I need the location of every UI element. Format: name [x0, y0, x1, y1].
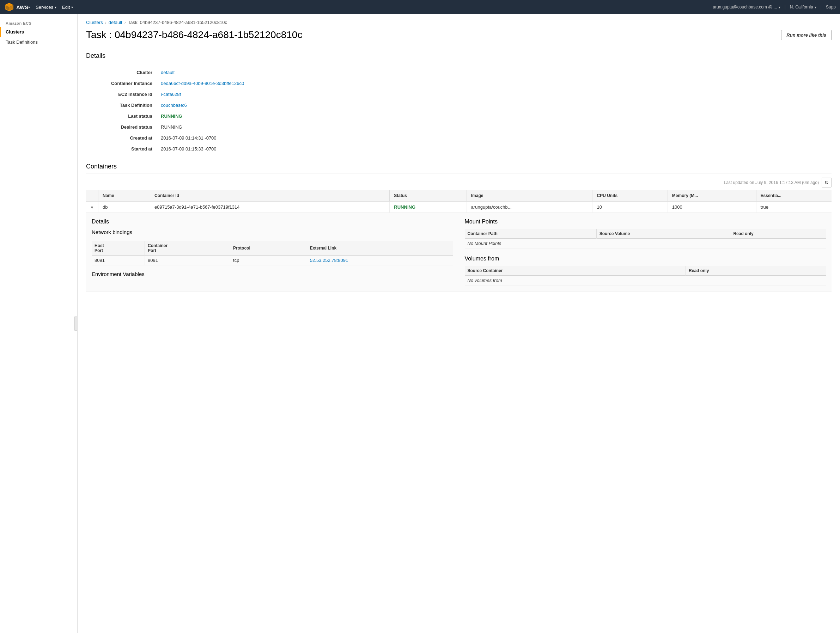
detail-row: Clusterdefault	[86, 67, 832, 78]
main-content: Clusters › default › Task: 04b94237-b486…	[77, 14, 840, 633]
containers-table: Name Container Id Status Image CPU Units…	[86, 191, 832, 291]
services-nav-button[interactable]: Services ▾	[33, 3, 59, 11]
col-container-path: Container Path	[465, 229, 597, 239]
detail-label: Container Instance	[86, 78, 156, 89]
expand-col-header	[86, 191, 98, 201]
sidebar-collapse-button[interactable]: ◀	[74, 316, 77, 331]
detail-value[interactable]: default	[156, 67, 832, 78]
detail-row: Container Instance0eda66cf-dd9a-40b9-901…	[86, 78, 832, 89]
edit-chevron-icon: ▾	[71, 5, 73, 9]
volumes-from-title: Volumes from	[465, 255, 826, 262]
detail-label: Desired status	[86, 121, 156, 132]
breadcrumb-clusters-link[interactable]: Clusters	[86, 20, 103, 25]
detail-label: Task Definition	[86, 100, 156, 111]
no-mount-points-row: No Mount Points	[465, 239, 826, 249]
col-container-port: ContainerPort	[145, 241, 230, 255]
detail-row: Desired statusRUNNING	[86, 121, 832, 132]
services-label: Services	[36, 5, 53, 10]
region-chevron-icon: ▾	[815, 5, 816, 9]
col-read-only: Read only	[730, 229, 826, 239]
detail-value[interactable]: 0eda66cf-dd9a-40b9-901e-3d3bffe126c0	[156, 78, 832, 89]
top-navigation: AWS ▾ Services ▾ Edit ▾ arun.gupta@couch…	[0, 0, 840, 14]
user-email[interactable]: arun.gupta@couchbase.com @ ...	[713, 5, 777, 9]
details-table: ClusterdefaultContainer Instance0eda66cf…	[86, 67, 832, 154]
expanded-panel-row: Details Network bindings HostPort Contai…	[86, 213, 832, 291]
detail-link[interactable]: default	[161, 70, 175, 75]
detail-label: Started at	[86, 143, 156, 154]
cell-memory: 1000	[668, 201, 756, 213]
col-read-only2: Read only	[686, 266, 826, 276]
detail-value[interactable]: i-cafa628f	[156, 89, 832, 100]
network-bindings-title: Network bindings	[92, 229, 453, 235]
col-essential: Essentia...	[756, 191, 832, 201]
page-title: Task : 04b94237-b486-4824-a681-1b52120c8…	[86, 29, 302, 41]
containers-section-title: Containers	[86, 163, 117, 170]
nav-separator2: |	[821, 5, 822, 9]
nav-right: arun.gupta@couchbase.com @ ... ▾ | N. Ca…	[713, 5, 836, 9]
col-name: Name	[98, 191, 150, 201]
col-status: Status	[390, 191, 467, 201]
network-bindings-table: HostPort ContainerPort Protocol External…	[92, 241, 453, 265]
detail-row: Last statusRUNNING	[86, 111, 832, 121]
breadcrumb-sep1: ›	[105, 20, 106, 25]
col-container-id: Container Id	[150, 191, 389, 201]
run-more-like-this-button[interactable]: Run more like this	[781, 30, 832, 40]
mount-points-table: Container Path Source Volume Read only N…	[465, 229, 826, 249]
detail-value: 2016-07-09 01:14:31 -0700	[156, 132, 832, 143]
sidebar: Amazon ECS Clusters Task Definitions ◀	[0, 14, 77, 633]
detail-row: Started at2016-07-09 01:15:33 -0700	[86, 143, 832, 154]
sidebar-item-clusters[interactable]: Clusters	[0, 27, 77, 37]
cell-cpu: 10	[592, 201, 668, 213]
table-row[interactable]: ▼ db e89715a7-3d91-4a71-b567-fe03719f131…	[86, 201, 832, 213]
cell-protocol: tcp	[230, 255, 307, 265]
no-volumes-row: No volumes from	[465, 276, 826, 285]
cell-container-port: 8091	[145, 255, 230, 265]
cell-external-link: 52.53.252.78:8091	[307, 255, 453, 265]
detail-label: Last status	[86, 111, 156, 121]
sidebar-clusters-label: Clusters	[6, 29, 24, 35]
detail-link[interactable]: couchbase:6	[161, 102, 187, 108]
refresh-button[interactable]: ↻	[822, 178, 832, 187]
col-host-port: HostPort	[92, 241, 145, 255]
sidebar-task-definitions-label: Task Definitions	[6, 39, 38, 45]
aws-logo[interactable]: AWS ▾	[4, 2, 30, 12]
network-binding-row: 8091 8091 tcp 52.53.252.78:8091	[92, 255, 453, 265]
nav-separator: |	[785, 5, 786, 9]
region-selector[interactable]: N. California	[790, 5, 813, 9]
details-section-title: Details	[86, 52, 832, 60]
no-volumes-from-text: No volumes from	[465, 276, 826, 285]
env-vars-title: Environment Variables	[92, 271, 453, 277]
cell-container-id: e89715a7-3d91-4a71-b567-fe03719f1314	[150, 201, 389, 213]
external-link[interactable]: 52.53.252.78:8091	[310, 258, 348, 263]
page-title-row: Task : 04b94237-b486-4824-a681-1b52120c8…	[86, 29, 832, 45]
cell-status: RUNNING	[390, 201, 467, 213]
panel-right: Mount Points Container Path Source Volum…	[459, 213, 832, 291]
breadcrumb-default-link[interactable]: default	[109, 20, 122, 25]
cell-name: db	[98, 201, 150, 213]
services-chevron-icon: ▾	[55, 5, 57, 9]
col-memory: Memory (M...	[668, 191, 756, 201]
detail-link[interactable]: i-cafa628f	[161, 91, 181, 97]
breadcrumb: Clusters › default › Task: 04b94237-b486…	[86, 20, 832, 25]
user-chevron-icon: ▾	[778, 5, 780, 9]
cell-host-port: 8091	[92, 255, 145, 265]
status-badge: RUNNING	[394, 205, 415, 210]
expand-cell[interactable]: ▼	[86, 201, 98, 213]
last-updated-text: Last updated on July 9, 2016 1:17:13 AM …	[724, 180, 819, 185]
aws-chevron-icon: ▾	[28, 5, 30, 9]
support-link[interactable]: Supp	[826, 5, 836, 9]
status-badge: RUNNING	[161, 113, 182, 119]
sidebar-item-task-definitions[interactable]: Task Definitions	[0, 37, 77, 47]
sidebar-heading: Amazon ECS	[0, 20, 77, 27]
col-source-container: Source Container	[465, 266, 686, 276]
cell-image: arungupta/couchb...	[467, 201, 592, 213]
breadcrumb-sep2: ›	[125, 20, 126, 25]
detail-link[interactable]: 0eda66cf-dd9a-40b9-901e-3d3bffe126c0	[161, 81, 244, 86]
detail-value[interactable]: couchbase:6	[156, 100, 832, 111]
edit-nav-button[interactable]: Edit ▾	[59, 3, 76, 11]
no-mount-points-text: No Mount Points	[465, 239, 826, 249]
col-cpu-units: CPU Units	[592, 191, 668, 201]
col-source-volume: Source Volume	[596, 229, 730, 239]
table-header-row: Name Container Id Status Image CPU Units…	[86, 191, 832, 201]
detail-value: 2016-07-09 01:15:33 -0700	[156, 143, 832, 154]
